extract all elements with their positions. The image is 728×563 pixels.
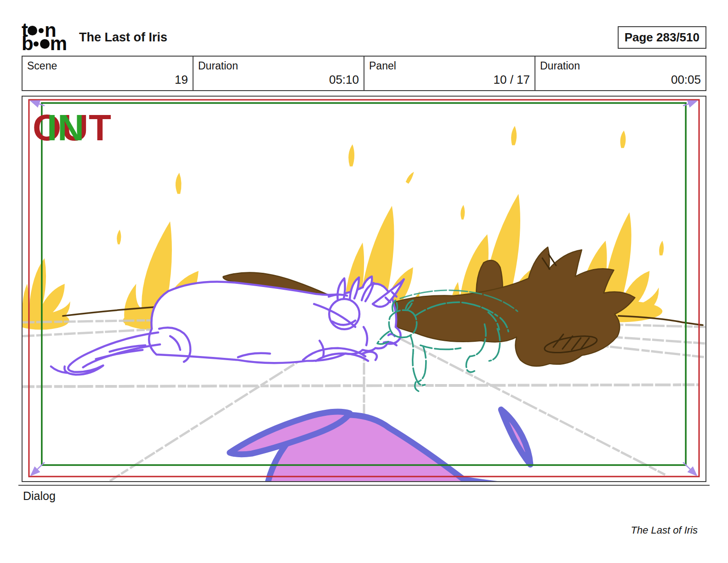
toonboom-logo-row2: b m (22, 37, 66, 51)
scene-duration-value: 05:10 (329, 73, 359, 87)
fire-spark (511, 126, 517, 145)
scene-label: Scene (27, 60, 57, 72)
unicorn-mane (337, 278, 345, 301)
panel-divider (18, 485, 710, 486)
unicorn-drawing (51, 276, 404, 374)
logo-letter: m (50, 38, 66, 50)
info-cell-scene: Scene 19 (23, 57, 193, 90)
fire-spark (406, 172, 414, 184)
fire-spark (659, 241, 664, 255)
info-cell-panel: Panel 10 / 17 (364, 57, 535, 90)
camera-in-label: IN (47, 109, 85, 146)
panel-info-table: Scene 19 Duration 05:10 Panel 10 / 17 Du… (22, 56, 706, 91)
scene-value: 19 (175, 73, 188, 87)
scene-duration-label: Duration (198, 60, 238, 72)
fire-spark (348, 144, 354, 167)
fire-spark (620, 131, 626, 148)
panel-duration-label: Duration (540, 60, 580, 72)
info-cell-panel-duration: Duration 00:05 (535, 57, 705, 90)
panel-value: 10 / 17 (493, 73, 530, 87)
storyboard-page: t n b m The Last of Iris Page 283/510 Sc… (0, 0, 728, 563)
storyboard-panel: OUT IN (22, 96, 706, 482)
info-cell-scene-duration: Duration 05:10 (193, 57, 364, 90)
logo-dot-icon (40, 39, 50, 49)
panel-label: Panel (369, 60, 396, 72)
pink-wing-drawing (230, 409, 530, 481)
panel-duration-value: 00:05 (671, 73, 701, 87)
page-number-badge: Page 283/510 (618, 26, 706, 49)
dialog-section-label: Dialog (23, 489, 56, 503)
fire-spark (176, 173, 182, 194)
fire-spark (461, 205, 465, 219)
toonboom-logo: t n b m (22, 24, 66, 51)
logo-letter: b (22, 38, 33, 50)
fire-spark (117, 230, 121, 244)
unicorn-body (149, 282, 401, 363)
storyboard-drawing (23, 97, 705, 481)
logo-dot-icon (39, 28, 44, 33)
footer-project-title: The Last of Iris (631, 524, 698, 536)
page-header: t n b m The Last of Iris Page 283/510 (22, 22, 706, 52)
logo-dot-icon (34, 41, 39, 46)
unicorn-tail (51, 333, 160, 375)
project-title: The Last of Iris (79, 30, 167, 45)
